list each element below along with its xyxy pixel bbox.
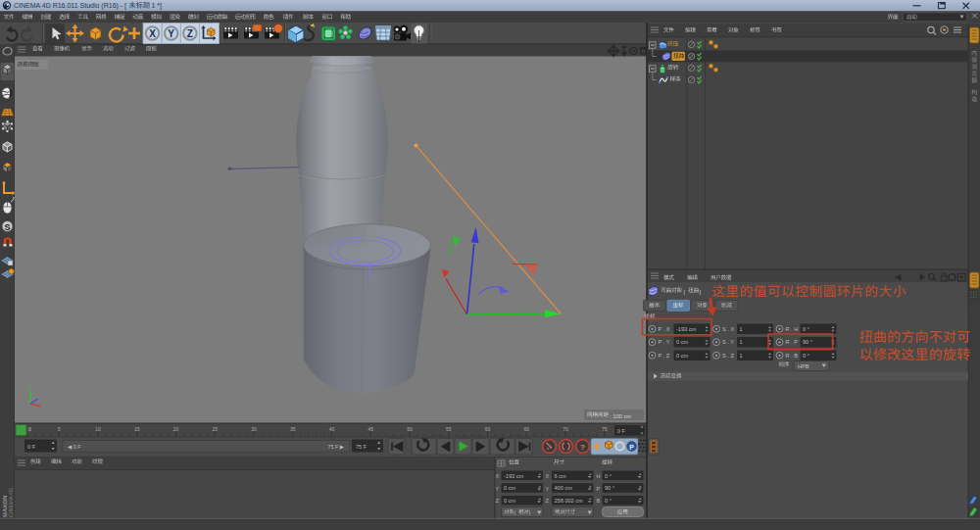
svg-text:CINEMA 4D: CINEMA 4D	[8, 488, 14, 517]
svg-text:35: 35	[290, 426, 296, 432]
svg-text:0 cm: 0 cm	[504, 485, 515, 491]
svg-text:): )	[529, 509, 531, 515]
svg-text:CINEMA 4D R16.011 Studio (R16): CINEMA 4D R16.011 Studio (R16) - [	[14, 2, 126, 10]
svg-text:70: 70	[563, 426, 568, 432]
svg-text:Y: Y	[168, 28, 174, 39]
svg-text:Z: Z	[546, 498, 550, 504]
svg-text:Y: Y	[546, 486, 550, 492]
svg-text:75 F: 75 F	[356, 444, 368, 450]
svg-text:0: 0	[28, 426, 31, 432]
svg-text:90 °: 90 °	[803, 339, 812, 345]
svg-text:S . Y: S . Y	[722, 339, 734, 345]
svg-text:P . Z: P . Z	[659, 353, 670, 359]
svg-text:400 cm: 400 cm	[555, 485, 573, 491]
svg-text:0 cm: 0 cm	[676, 353, 688, 359]
svg-text:X: X	[546, 473, 550, 479]
svg-text:0 °: 0 °	[605, 498, 612, 504]
svg-text:R . H: R . H	[786, 326, 799, 332]
svg-text:0 °: 0 °	[803, 353, 809, 359]
svg-text:R . P: R . P	[786, 339, 799, 345]
svg-text:(: (	[514, 509, 516, 515]
svg-text:HPB: HPB	[798, 363, 809, 369]
svg-text:10: 10	[95, 426, 101, 432]
svg-text:20: 20	[173, 426, 179, 432]
svg-text:X: X	[496, 473, 500, 479]
svg-text:60: 60	[485, 426, 491, 432]
svg-text:?: ?	[580, 443, 585, 452]
svg-text:258.002 cm: 258.002 cm	[555, 498, 584, 504]
svg-text:0 F: 0 F	[617, 428, 625, 434]
svg-text:X: X	[149, 28, 156, 39]
svg-text:P: P	[597, 486, 601, 492]
svg-text:0 cm: 0 cm	[676, 339, 688, 345]
svg-text:Z: Z	[187, 28, 193, 39]
svg-text:1 *]: 1 *]	[152, 2, 163, 10]
svg-text:◀ 0 F: ◀ 0 F	[68, 444, 81, 450]
svg-text:B: B	[597, 498, 601, 504]
svg-text:1: 1	[740, 353, 743, 359]
svg-text:55: 55	[446, 426, 452, 432]
svg-text:25: 25	[212, 426, 218, 432]
svg-text:P: P	[629, 444, 634, 451]
svg-text:-193 cm: -193 cm	[504, 473, 524, 479]
svg-text:40: 40	[329, 426, 335, 432]
svg-text:: 100 cm: : 100 cm	[611, 413, 632, 419]
svg-text:1: 1	[740, 339, 743, 345]
svg-text:H: H	[597, 473, 601, 479]
svg-text:S . Z: S . Z	[722, 353, 734, 359]
svg-text:P . X: P . X	[659, 326, 670, 332]
svg-text:0 °: 0 °	[605, 473, 612, 479]
svg-text:Y: Y	[496, 486, 500, 492]
svg-text:S . X: S . X	[722, 326, 734, 332]
svg-text:Z: Z	[496, 498, 500, 504]
svg-text:0 cm: 0 cm	[504, 498, 515, 504]
svg-text:1: 1	[740, 326, 743, 332]
svg-text:P . Y: P . Y	[659, 339, 670, 345]
svg-text:Y: Y	[28, 386, 31, 391]
svg-text:-193 cm: -193 cm	[676, 326, 697, 332]
svg-text:R . B: R . B	[786, 353, 799, 359]
svg-text:75: 75	[602, 426, 608, 432]
svg-text:75 F ▶: 75 F ▶	[328, 444, 345, 450]
svg-text:90 °: 90 °	[605, 485, 614, 491]
svg-text:S: S	[4, 222, 10, 232]
svg-text:6 cm: 6 cm	[555, 473, 566, 479]
svg-text:50: 50	[407, 426, 413, 432]
svg-text:0 °: 0 °	[803, 326, 809, 332]
svg-text:45: 45	[368, 426, 373, 432]
svg-text:30: 30	[251, 426, 257, 432]
svg-text:0 F: 0 F	[27, 444, 36, 450]
svg-text:5: 5	[58, 426, 61, 432]
svg-text:15: 15	[134, 426, 140, 432]
svg-text:65: 65	[523, 426, 529, 432]
